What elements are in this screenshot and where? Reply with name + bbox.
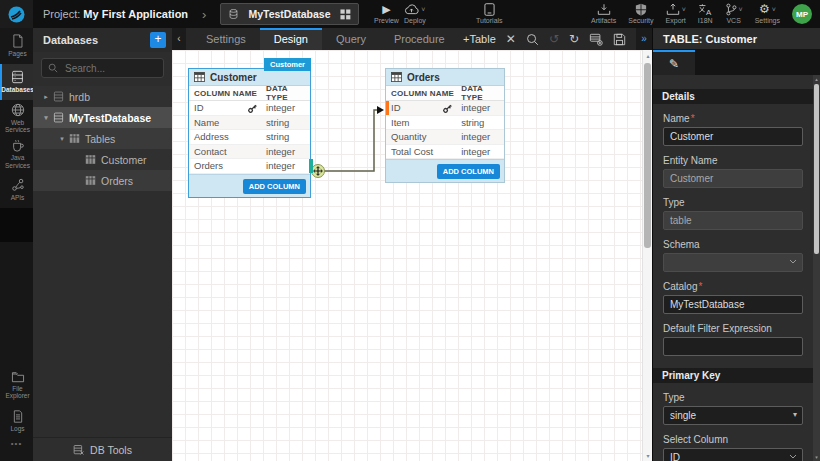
schema-select[interactable] <box>653 253 813 272</box>
table-icon <box>69 133 80 144</box>
update-database-icon[interactable] <box>589 33 603 46</box>
undo-icon[interactable]: ↺ <box>549 33 559 45</box>
editor-tabs: Settings Design Query Procedure <box>192 28 459 50</box>
entity-name-field[interactable] <box>663 169 803 188</box>
section-details: Details <box>653 89 813 104</box>
column-row[interactable]: Name string <box>189 116 310 131</box>
tree-expanded-icon[interactable]: ▾ <box>41 114 51 122</box>
branch-icon <box>725 3 737 16</box>
export-button[interactable]: ˅ Export <box>666 2 686 24</box>
search-input[interactable] <box>63 62 157 75</box>
dashboard-grid-icon[interactable] <box>340 9 351 20</box>
canvas-scrollbar[interactable]: ▴ ▾ <box>642 50 652 461</box>
artifacts-download-icon <box>597 3 611 16</box>
save-icon[interactable] <box>613 33 626 46</box>
open-database-tab[interactable]: MyTestDatabase <box>220 3 358 25</box>
search-icon <box>48 63 58 73</box>
rail-item-file-explorer[interactable]: File Explorer <box>0 367 33 403</box>
tab-query[interactable]: Query <box>322 28 380 50</box>
tree-item-orders[interactable]: Orders <box>33 170 172 191</box>
settings-button[interactable]: ⚙ ˅ Settings <box>755 2 780 24</box>
name-field[interactable] <box>663 127 803 146</box>
db-tools-icon <box>73 444 85 456</box>
left-icon-rail: Pages Databases Web Services Java Servic… <box>0 28 33 461</box>
db-tools-button[interactable]: DB Tools <box>33 437 172 461</box>
i18n-button[interactable]: A I18N <box>698 2 713 24</box>
tab-design[interactable]: Design <box>260 28 322 50</box>
pk-type-select[interactable]: ▾ <box>653 406 813 425</box>
rail-item-databases[interactable]: Databases <box>0 64 33 100</box>
logs-icon <box>12 410 24 423</box>
properties-tabs: ✎ <box>653 50 820 75</box>
rail-item-java-services[interactable]: Java Services <box>0 136 33 172</box>
select-caret-icon: ▾ <box>793 410 797 419</box>
selected-table-badge: Customer <box>264 58 311 71</box>
chevron-down-icon: ˅ <box>739 6 743 13</box>
coffee-cup-icon <box>11 139 25 152</box>
filter-expression-field[interactable] <box>663 337 803 356</box>
vcs-button[interactable]: ˅ VCS <box>725 2 743 24</box>
column-row[interactable]: Total Cost integer <box>386 145 504 160</box>
tree-item-customer[interactable]: Customer <box>33 149 172 170</box>
tutorials-button[interactable]: Tutorials <box>476 2 503 24</box>
app-window: Project: My First Application › MyTestDa… <box>0 0 820 461</box>
rail-item-web-services[interactable]: Web Services <box>0 100 33 136</box>
er-diagram-canvas[interactable]: Customer Customer COLUMN NAME DATA TYPE … <box>172 50 652 461</box>
column-row[interactable]: Item string <box>386 116 504 131</box>
tree-expanded-icon[interactable]: ▾ <box>57 135 67 143</box>
column-row-id[interactable]: ID integer <box>386 101 504 116</box>
rail-item-pages[interactable]: Pages <box>0 28 33 64</box>
search-box[interactable] <box>41 58 164 78</box>
redo-icon[interactable]: ↻ <box>569 33 579 45</box>
collapse-panel-button[interactable]: ‹ <box>172 28 186 50</box>
name-label: Name* <box>663 113 803 124</box>
relation-anchor-bar[interactable] <box>309 159 313 173</box>
add-column-button[interactable]: ADD COLUMN <box>243 179 306 194</box>
zoom-search-icon[interactable] <box>526 33 539 46</box>
tab-settings[interactable]: Settings <box>192 28 260 50</box>
entity-table-customer[interactable]: Customer Customer COLUMN NAME DATA TYPE … <box>188 68 311 198</box>
column-row[interactable]: Quantity integer <box>386 130 504 145</box>
globe-icon <box>11 103 25 117</box>
app-logo[interactable] <box>0 0 33 28</box>
properties-panel-title: TABLE: Customer <box>653 28 820 50</box>
add-column-button[interactable]: ADD COLUMN <box>437 164 500 179</box>
tree-collapsed-icon[interactable]: ▸ <box>41 93 51 101</box>
pk-column-select[interactable] <box>653 448 813 461</box>
tree-item-hrdb[interactable]: ▸ hrdb <box>33 86 172 107</box>
close-icon[interactable]: ✕ <box>506 33 516 45</box>
security-button[interactable]: Security <box>628 2 653 24</box>
export-upload-icon <box>666 3 680 16</box>
tab-procedure[interactable]: Procedure <box>380 28 459 50</box>
column-row[interactable]: Address string <box>189 130 310 145</box>
translate-icon: A <box>698 3 712 16</box>
artifacts-button[interactable]: Artifacts <box>591 2 616 24</box>
more-options-icon[interactable]: ••• <box>0 439 33 457</box>
topbar-right-actions: Artifacts Security ˅ Export A I18N <box>591 2 812 24</box>
add-database-button[interactable]: + <box>150 32 166 48</box>
tree-item-tables[interactable]: ▾ Tables <box>33 128 172 149</box>
tree-item-mytestdatabase[interactable]: ▾ MyTestDatabase <box>33 107 172 128</box>
catalog-field[interactable] <box>663 295 803 314</box>
type-label: Type <box>663 197 803 208</box>
scroll-down-icon[interactable]: ▾ <box>813 454 820 460</box>
edit-tab[interactable]: ✎ <box>653 50 695 75</box>
scrollbar-thumb[interactable] <box>814 84 819 254</box>
scrollbar-thumb[interactable] <box>644 63 651 248</box>
add-table-button[interactable]: +Table <box>463 33 496 45</box>
type-field[interactable] <box>663 211 803 230</box>
rail-item-apis[interactable]: APIs <box>0 172 33 208</box>
expand-right-panel-button[interactable]: » <box>636 28 652 50</box>
column-row-id[interactable]: ID integer <box>189 101 310 116</box>
entity-table-orders[interactable]: Orders COLUMN NAME DATA TYPE ID integer … <box>385 68 505 183</box>
deploy-button[interactable]: ˅ Deploy <box>404 2 426 24</box>
properties-scrollbar[interactable]: ▴ ▾ <box>813 75 820 461</box>
user-avatar[interactable]: MP <box>792 4 812 24</box>
scroll-up-icon[interactable]: ▴ <box>813 76 820 82</box>
databases-panel-header: Databases + <box>33 28 172 52</box>
preview-button[interactable]: ▶ Preview <box>374 2 399 24</box>
column-row[interactable]: Orders integer <box>189 159 310 174</box>
entity-footer: ADD COLUMN <box>386 159 504 182</box>
rail-item-logs[interactable]: Logs <box>0 403 33 439</box>
column-row[interactable]: Contact integer <box>189 145 310 160</box>
